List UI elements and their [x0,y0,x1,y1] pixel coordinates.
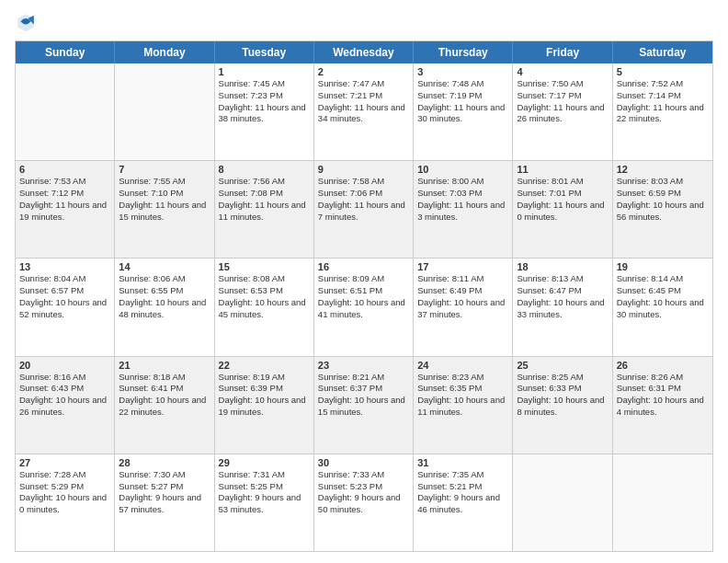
empty-cell [613,454,712,551]
daylight-text: Daylight: 11 hours and 26 minutes. [517,102,608,126]
empty-cell [115,63,214,160]
day-number: 4 [517,66,608,77]
sunrise-text: Sunrise: 7:52 AM [617,78,709,90]
logo-icon [15,11,37,33]
sunset-text: Sunset: 7:19 PM [417,90,508,102]
sunrise-text: Sunrise: 7:45 AM [219,78,310,90]
daylight-text: Daylight: 10 hours and 11 minutes. [417,395,508,419]
sunrise-text: Sunrise: 8:16 AM [19,372,110,384]
sunset-text: Sunset: 6:45 PM [617,285,709,297]
sunrise-text: Sunrise: 7:30 AM [119,469,210,481]
sunrise-text: Sunrise: 7:58 AM [318,176,409,188]
sunset-text: Sunset: 6:57 PM [19,285,110,297]
header [15,11,713,33]
day-number: 12 [617,164,709,175]
day-cell-23: 23Sunrise: 8:21 AMSunset: 6:37 PMDayligh… [314,357,414,454]
page: SundayMondayTuesdayWednesdayThursdayFrid… [0,0,728,563]
daylight-text: Daylight: 9 hours and 57 minutes. [119,492,210,516]
sunset-text: Sunset: 6:41 PM [119,383,210,395]
day-cell-8: 8Sunrise: 7:56 AMSunset: 7:08 PMDaylight… [215,161,314,258]
daylight-text: Daylight: 11 hours and 0 minutes. [517,200,608,224]
calendar-row-0: 1Sunrise: 7:45 AMSunset: 7:23 PMDaylight… [16,63,712,160]
day-cell-9: 9Sunrise: 7:58 AMSunset: 7:06 PMDaylight… [314,161,414,258]
day-cell-29: 29Sunrise: 7:31 AMSunset: 5:25 PMDayligh… [215,454,314,551]
sunset-text: Sunset: 7:17 PM [517,90,608,102]
day-cell-19: 19Sunrise: 8:14 AMSunset: 6:45 PMDayligh… [613,259,712,355]
daylight-text: Daylight: 10 hours and 45 minutes. [219,297,310,321]
sunrise-text: Sunrise: 8:03 AM [617,176,709,188]
empty-cell [16,63,115,160]
day-header-monday: Monday [115,41,214,63]
daylight-text: Daylight: 10 hours and 15 minutes. [318,395,409,419]
day-number: 6 [19,164,110,175]
sunset-text: Sunset: 5:21 PM [417,481,508,493]
sunrise-text: Sunrise: 7:35 AM [417,469,508,481]
day-cell-25: 25Sunrise: 8:25 AMSunset: 6:33 PMDayligh… [513,357,612,454]
day-number: 26 [617,360,709,371]
daylight-text: Daylight: 11 hours and 7 minutes. [318,200,409,224]
day-cell-30: 30Sunrise: 7:33 AMSunset: 5:23 PMDayligh… [314,454,414,551]
sunrise-text: Sunrise: 7:55 AM [119,176,210,188]
day-number: 13 [19,261,110,272]
day-number: 15 [219,261,310,272]
sunset-text: Sunset: 5:29 PM [19,481,110,493]
sunrise-text: Sunrise: 8:01 AM [517,176,608,188]
day-cell-15: 15Sunrise: 8:08 AMSunset: 6:53 PMDayligh… [215,259,314,355]
sunset-text: Sunset: 6:47 PM [517,285,608,297]
day-number: 17 [417,261,508,272]
sunrise-text: Sunrise: 8:09 AM [318,273,409,285]
sunset-text: Sunset: 7:06 PM [318,188,409,200]
daylight-text: Daylight: 10 hours and 26 minutes. [19,395,110,419]
day-cell-22: 22Sunrise: 8:19 AMSunset: 6:39 PMDayligh… [215,357,314,454]
day-cell-4: 4Sunrise: 7:50 AMSunset: 7:17 PMDaylight… [513,63,612,160]
daylight-text: Daylight: 11 hours and 34 minutes. [318,102,409,126]
sunrise-text: Sunrise: 8:25 AM [517,372,608,384]
sunset-text: Sunset: 6:55 PM [119,285,210,297]
day-cell-16: 16Sunrise: 8:09 AMSunset: 6:51 PMDayligh… [314,259,414,355]
day-number: 28 [119,457,210,468]
sunset-text: Sunset: 6:49 PM [417,285,508,297]
sunset-text: Sunset: 7:01 PM [517,188,608,200]
sunset-text: Sunset: 7:10 PM [119,188,210,200]
daylight-text: Daylight: 9 hours and 46 minutes. [417,492,508,516]
day-number: 16 [318,261,409,272]
daylight-text: Daylight: 11 hours and 11 minutes. [219,200,310,224]
calendar-row-1: 6Sunrise: 7:53 AMSunset: 7:12 PMDaylight… [16,160,712,258]
calendar: SundayMondayTuesdayWednesdayThursdayFrid… [15,40,713,552]
sunset-text: Sunset: 6:31 PM [617,383,709,395]
day-number: 8 [219,164,310,175]
sunrise-text: Sunrise: 7:48 AM [417,78,508,90]
day-number: 30 [318,457,409,468]
daylight-text: Daylight: 11 hours and 15 minutes. [119,200,210,224]
day-cell-7: 7Sunrise: 7:55 AMSunset: 7:10 PMDaylight… [115,161,214,258]
calendar-row-4: 27Sunrise: 7:28 AMSunset: 5:29 PMDayligh… [16,454,712,551]
daylight-text: Daylight: 9 hours and 50 minutes. [318,492,409,516]
sunrise-text: Sunrise: 8:08 AM [219,273,310,285]
sunrise-text: Sunrise: 7:53 AM [19,176,110,188]
sunset-text: Sunset: 7:08 PM [219,188,310,200]
day-cell-31: 31Sunrise: 7:35 AMSunset: 5:21 PMDayligh… [414,454,513,551]
daylight-text: Daylight: 11 hours and 3 minutes. [417,200,508,224]
day-number: 31 [417,457,508,468]
sunset-text: Sunset: 6:35 PM [417,383,508,395]
day-cell-26: 26Sunrise: 8:26 AMSunset: 6:31 PMDayligh… [613,357,712,454]
day-number: 25 [517,360,608,371]
sunset-text: Sunset: 6:33 PM [517,383,608,395]
day-header-sunday: Sunday [16,41,115,63]
day-header-wednesday: Wednesday [314,41,414,63]
sunset-text: Sunset: 5:23 PM [318,481,409,493]
day-number: 22 [219,360,310,371]
daylight-text: Daylight: 11 hours and 19 minutes. [19,200,110,224]
daylight-text: Daylight: 10 hours and 41 minutes. [318,297,409,321]
day-number: 23 [318,360,409,371]
sunrise-text: Sunrise: 7:31 AM [219,469,310,481]
day-header-friday: Friday [513,41,612,63]
day-number: 2 [318,66,409,77]
day-cell-17: 17Sunrise: 8:11 AMSunset: 6:49 PMDayligh… [414,259,513,355]
daylight-text: Daylight: 10 hours and 0 minutes. [19,492,110,516]
day-cell-13: 13Sunrise: 8:04 AMSunset: 6:57 PMDayligh… [16,259,115,355]
sunset-text: Sunset: 6:43 PM [19,383,110,395]
sunset-text: Sunset: 7:21 PM [318,90,409,102]
sunrise-text: Sunrise: 8:04 AM [19,273,110,285]
sunset-text: Sunset: 7:03 PM [417,188,508,200]
